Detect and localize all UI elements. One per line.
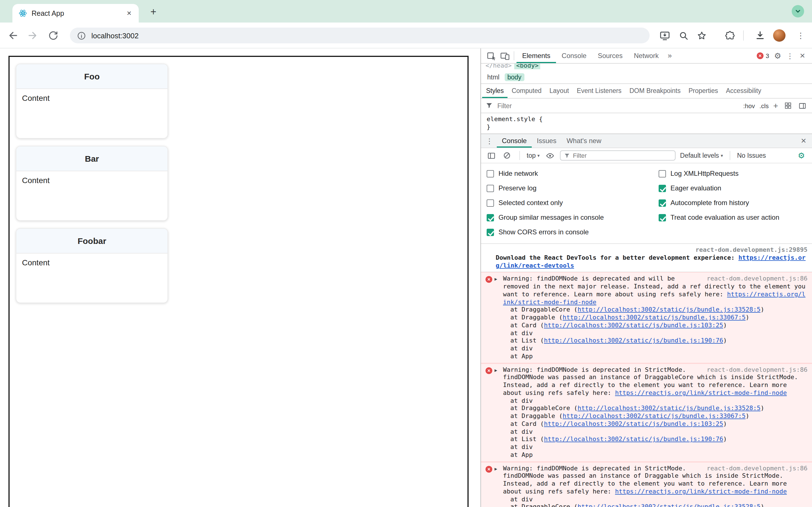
tab-search-button[interactable]: [792, 5, 804, 17]
styles-pane-tab[interactable]: Layout: [546, 84, 573, 98]
devtools-panel-tab[interactable]: Console: [556, 48, 592, 63]
error-count-badge[interactable]: × 3: [755, 52, 771, 59]
expand-toggle-icon[interactable]: ▶: [495, 466, 501, 507]
devtools-menu-button[interactable]: ⋮: [784, 49, 796, 62]
console-setting[interactable]: Eager evaluation: [653, 181, 812, 195]
device-toolbar-button[interactable]: [498, 49, 511, 62]
more-panels-button[interactable]: »: [664, 48, 675, 63]
checkbox-icon[interactable]: [487, 214, 494, 221]
styles-pane-tab[interactable]: Styles: [482, 84, 508, 98]
downloads-button[interactable]: [754, 29, 766, 42]
context-selector[interactable]: top ▾: [527, 152, 540, 159]
stack-frame-link[interactable]: http://localhost:3002/static/js/bundle.j…: [577, 306, 760, 314]
styles-pane-tab[interactable]: Computed: [508, 84, 546, 98]
new-tab-button[interactable]: +: [148, 6, 159, 17]
expand-toggle-icon[interactable]: ▶: [495, 368, 501, 459]
browser-menu-button[interactable]: ⋮: [795, 29, 807, 42]
toggle-sidebar-button[interactable]: [797, 99, 808, 112]
bookmark-button[interactable]: [695, 29, 708, 42]
draggable-card[interactable]: Foo Content: [16, 64, 168, 138]
close-drawer-button[interactable]: ×: [797, 134, 810, 148]
console-setting[interactable]: Autocomplete from history: [653, 195, 812, 210]
drawer-tab[interactable]: Console: [497, 134, 532, 148]
tab-close-icon[interactable]: ×: [124, 9, 134, 18]
stack-frame-link[interactable]: http://localhost:3002/static/js/bundle.j…: [544, 420, 723, 428]
devtools-panel-tab[interactable]: Elements: [516, 48, 556, 63]
inspect-element-button[interactable]: [485, 49, 498, 62]
dom-node-selected[interactable]: <body>: [515, 64, 541, 69]
clear-console-button[interactable]: [501, 149, 513, 162]
console-setting[interactable]: Preserve log: [481, 181, 653, 195]
url-input[interactable]: [91, 31, 643, 40]
stack-frame-link[interactable]: http://localhost:3002/static/js/bundle.j…: [544, 322, 723, 329]
grid-settings-button[interactable]: [783, 99, 793, 112]
element-style-rule[interactable]: element.style { }: [481, 113, 812, 133]
checkbox-icon[interactable]: [659, 214, 666, 221]
stack-frame-link[interactable]: http://localhost:3002/static/js/bundle.j…: [544, 436, 723, 443]
drawer-tab[interactable]: Issues: [532, 134, 561, 148]
console-filter-input[interactable]: [573, 152, 672, 159]
card-title[interactable]: Foobar: [16, 229, 167, 253]
message-link[interactable]: https://reactjs.org/link/strict-mode-fin…: [615, 488, 786, 495]
console-setting[interactable]: Selected context only: [481, 195, 653, 210]
checkbox-icon[interactable]: [659, 199, 666, 207]
styles-filter-input[interactable]: [497, 102, 739, 109]
devtools-panel-tab[interactable]: Sources: [592, 48, 628, 63]
checkbox-icon[interactable]: [487, 170, 494, 177]
console-setting[interactable]: Log XMLHttpRequests: [653, 166, 812, 181]
console-setting[interactable]: Show CORS errors in console: [481, 225, 653, 239]
new-style-rule-button[interactable]: +: [773, 102, 778, 110]
console-sidebar-button[interactable]: [486, 149, 497, 162]
log-level-selector[interactable]: Default levels ▾: [680, 152, 723, 159]
stack-frame-link[interactable]: http://localhost:3002/static/js/bundle.j…: [562, 412, 746, 420]
drawer-menu-button[interactable]: ⋮: [483, 134, 496, 148]
console-setting[interactable]: Group similar messages in console: [481, 210, 653, 225]
issues-counter[interactable]: No Issues: [737, 152, 766, 159]
element-classes-button[interactable]: .cls: [759, 102, 769, 109]
card-title[interactable]: Foo: [16, 64, 167, 89]
console-setting[interactable]: Hide network: [481, 166, 653, 181]
card-title[interactable]: Bar: [16, 147, 167, 171]
checkbox-icon[interactable]: [659, 170, 666, 177]
install-app-button[interactable]: [659, 29, 671, 42]
draggable-card[interactable]: Bar Content: [16, 146, 168, 221]
console-setting[interactable]: Treat code evaluation as user action: [653, 210, 812, 225]
browser-tab[interactable]: React App ×: [12, 4, 139, 22]
console-filter[interactable]: [560, 151, 675, 161]
checkbox-icon[interactable]: [659, 184, 666, 192]
toggle-element-state-button[interactable]: :hov: [743, 102, 755, 109]
search-tabs-button[interactable]: [677, 29, 690, 42]
devtools-close-button[interactable]: ×: [796, 49, 809, 62]
live-expression-button[interactable]: [544, 149, 555, 162]
breadcrumb-item[interactable]: body: [504, 73, 524, 81]
styles-pane-tab[interactable]: DOM Breakpoints: [625, 84, 684, 98]
expand-toggle-icon[interactable]: ▶: [495, 277, 501, 360]
stack-frame-link[interactable]: http://localhost:3002/static/js/bundle.j…: [544, 337, 723, 344]
profile-avatar[interactable]: [773, 29, 785, 42]
stack-frame-link[interactable]: http://localhost:3002/static/js/bundle.j…: [577, 405, 760, 412]
breadcrumb-item[interactable]: html: [485, 73, 502, 81]
styles-pane-tab[interactable]: Properties: [684, 84, 722, 98]
checkbox-icon[interactable]: [487, 199, 494, 207]
drawer-tab[interactable]: What's new: [561, 134, 606, 148]
stack-frame-link[interactable]: http://localhost:3002/static/js/bundle.j…: [577, 503, 760, 507]
message-link[interactable]: https://reactjs.org/link/strict-mode-fin…: [615, 389, 786, 397]
styles-pane-tab[interactable]: Accessibility: [722, 84, 765, 98]
element-style-open[interactable]: element.style {: [487, 115, 806, 123]
site-info-icon[interactable]: [77, 31, 86, 40]
message-source-link[interactable]: react-dom.development.js:86: [707, 366, 808, 374]
message-source-link[interactable]: react-dom.development.js:29895: [496, 246, 808, 254]
back-button[interactable]: [7, 29, 19, 42]
extensions-button[interactable]: [723, 29, 736, 42]
checkbox-icon[interactable]: [487, 228, 494, 236]
devtools-panel-tab[interactable]: Network: [628, 48, 664, 63]
draggable-card[interactable]: Foobar Content: [16, 228, 168, 303]
devtools-settings-button[interactable]: ⚙: [771, 49, 784, 62]
address-bar[interactable]: [70, 27, 650, 43]
checkbox-icon[interactable]: [487, 184, 494, 192]
dom-node-closing-tag[interactable]: </head>: [486, 64, 512, 69]
styles-pane-tab[interactable]: Event Listeners: [573, 84, 626, 98]
dom-tree-clipped[interactable]: </head> <body>: [481, 64, 812, 70]
stack-frame-link[interactable]: http://localhost:3002/static/js/bundle.j…: [562, 314, 746, 321]
message-source-link[interactable]: react-dom.development.js:86: [707, 464, 808, 472]
